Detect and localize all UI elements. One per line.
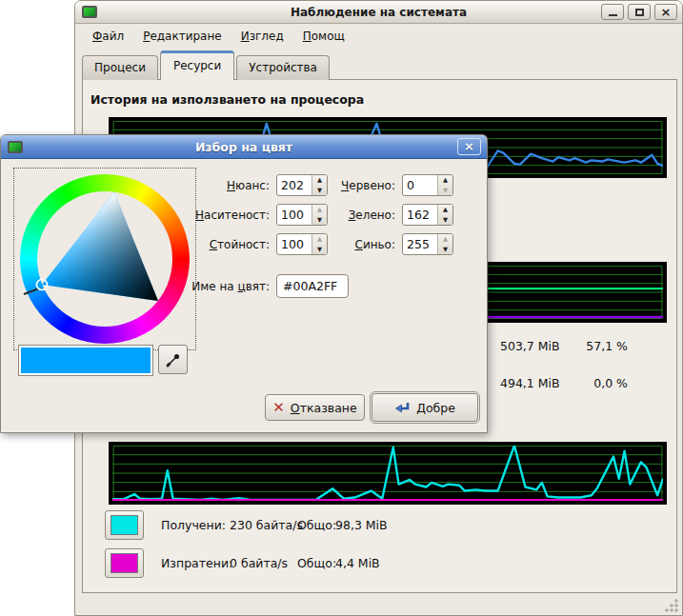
main-window-title: Наблюдение на системата (75, 6, 682, 19)
desktop: Наблюдение на системата × Файл Редактира… (0, 0, 683, 616)
cancel-button-label: Отказване (291, 401, 357, 415)
tab-resources[interactable]: Ресурси (160, 50, 234, 80)
saturation-input[interactable] (277, 205, 311, 225)
minimize-icon (609, 14, 617, 16)
cancel-button[interactable]: ✕ Отказване (265, 394, 365, 421)
hue-ring-notch (24, 288, 39, 294)
network-history-chart (112, 446, 663, 501)
value-label: Стойност: (144, 238, 270, 251)
minimize-button[interactable] (601, 4, 624, 20)
received-total-label: Общо: (297, 518, 336, 532)
sent-total: 4,4 MiB (335, 556, 380, 570)
blue-input[interactable] (403, 234, 437, 254)
color-picker-dialog: Избор на цвят × (0, 134, 488, 433)
ok-button-label: Добре (416, 401, 455, 415)
eyedropper-button[interactable] (158, 345, 188, 374)
blue-label: Синьо: (315, 238, 395, 251)
saturation-label: Наситеност: (144, 209, 270, 222)
ok-button[interactable]: Добре (372, 393, 478, 422)
received-total: 98,3 MiB (335, 518, 388, 532)
statusbar (75, 593, 682, 615)
green-spinner: ▲▼ (402, 204, 453, 226)
dialog-app-icon (8, 141, 23, 153)
menu-file[interactable]: Файл (85, 27, 131, 46)
red-input[interactable] (403, 175, 437, 195)
blue-up-icon[interactable]: ▲ (438, 234, 452, 245)
system-monitor-icon (82, 6, 97, 18)
sent-total-label: Общо: (297, 556, 336, 570)
received-color-swatch (110, 515, 138, 535)
green-label: Зелено: (315, 209, 395, 222)
sent-rate: 0 байта/s (230, 556, 288, 570)
menubar: Файл Редактиране Изглед Помощ (75, 25, 682, 48)
memory-percent-value: 57,1 % (559, 339, 628, 353)
eyedropper-icon (165, 351, 182, 368)
red-up-icon[interactable]: ▲ (438, 175, 452, 186)
hue-input[interactable] (277, 175, 311, 195)
received-rate: 230 байта/s (230, 518, 303, 532)
close-icon: × (661, 6, 672, 18)
menu-help[interactable]: Помощ (295, 27, 352, 46)
maximize-button[interactable] (628, 4, 651, 20)
color-preview (21, 348, 151, 373)
blue-spinner: ▲▼ (402, 233, 453, 255)
sent-label: Изпратени: (161, 556, 232, 570)
green-input[interactable] (403, 205, 437, 225)
sent-color-button[interactable] (105, 548, 144, 578)
blue-down-icon[interactable]: ▼ (438, 245, 452, 255)
green-down-icon[interactable]: ▼ (438, 215, 452, 226)
dialog-titlebar[interactable]: Избор на цвят × (1, 135, 487, 159)
cpu-history-heading: История на използването на процесора (90, 92, 364, 107)
hue-label: Нюанс: (144, 179, 270, 192)
red-down-icon[interactable]: ▼ (438, 186, 452, 196)
color-name-label: Име на цвят: (144, 280, 270, 293)
received-label: Получени: (161, 518, 226, 532)
sv-triangle[interactable] (20, 174, 190, 344)
sv-triangle-black-shade (42, 192, 158, 301)
close-button[interactable]: × (654, 4, 677, 20)
resize-grip[interactable] (664, 598, 678, 612)
value-input[interactable] (277, 234, 311, 254)
sent-color-swatch (110, 553, 138, 573)
network-history-graph (109, 442, 667, 505)
color-preview-frame (18, 345, 153, 376)
maximize-icon (635, 9, 644, 16)
legend-received-row (105, 510, 144, 540)
color-name-input[interactable] (276, 274, 349, 298)
ok-enter-icon (394, 402, 411, 414)
dialog-close-button[interactable]: × (457, 138, 481, 155)
tab-strip: Процеси Ресурси Устройства (82, 50, 331, 79)
legend-sent-row (105, 548, 144, 578)
dialog-title: Избор на цвят (1, 140, 487, 154)
tab-devices[interactable]: Устройства (236, 55, 330, 80)
green-up-icon[interactable]: ▲ (438, 205, 452, 215)
red-spinner: ▲▼ (402, 174, 453, 196)
menu-edit[interactable]: Редактиране (135, 27, 230, 46)
tab-processes[interactable]: Процеси (82, 55, 158, 80)
main-titlebar[interactable]: Наблюдение на системата × (75, 1, 682, 24)
red-label: Червено: (315, 179, 395, 192)
cancel-x-icon: ✕ (272, 401, 285, 415)
menu-view[interactable]: Изглед (233, 27, 291, 46)
swap-percent-value: 0,0 % (559, 376, 628, 390)
received-color-button[interactable] (105, 510, 144, 540)
